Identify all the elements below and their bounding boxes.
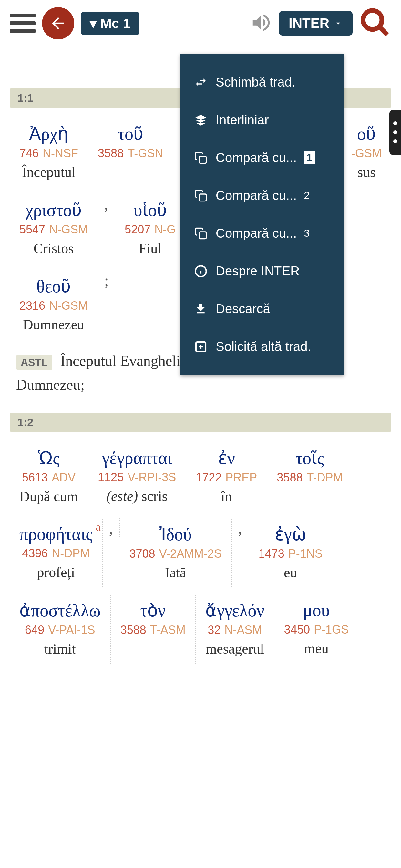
layers-icon: [193, 114, 209, 127]
plus-icon: [193, 340, 209, 353]
word-block[interactable]: ἀποστέλλω 649V-PAI-1S trimit: [10, 594, 111, 663]
strongs-num: 32: [208, 623, 220, 637]
dropdown-compare-1[interactable]: Compară cu... 1: [180, 139, 344, 177]
greek-word: χριστοῦ: [26, 200, 82, 220]
dropdown-label: Compară cu...: [216, 151, 297, 165]
strongs-num: 1125: [98, 470, 124, 484]
translation-word: mesagerul: [206, 641, 264, 657]
dropdown-label: Compară cu...: [216, 226, 297, 241]
translation-label: INTER: [289, 16, 329, 31]
dot-icon: [393, 130, 397, 134]
word-block[interactable]: ἐγὼ 1473P-1NS eu: [249, 518, 332, 587]
greek-word: μου: [303, 600, 330, 620]
greek-word: γέγραπται: [102, 448, 172, 468]
svg-rect-3: [199, 194, 206, 201]
footnote-mark[interactable]: a: [96, 521, 100, 533]
word-block[interactable]: θεοῦ 2316N-GSM Dumnezeu: [10, 270, 98, 339]
translation-word: Fiul: [139, 240, 162, 257]
back-button[interactable]: [42, 7, 74, 39]
dropdown-interlinear[interactable]: Interliniar: [180, 101, 344, 139]
greek-word: Ἰδού: [159, 524, 192, 545]
svg-rect-4: [199, 232, 206, 239]
book-selector[interactable]: ▾ Mc 1: [81, 11, 140, 35]
word-block[interactable]: μου 3450P-1GS meu: [274, 594, 359, 663]
translation-word: sus: [358, 164, 375, 181]
dropdown-label: Solicită altă trad.: [216, 339, 311, 354]
greek-word: υἱοῦ: [134, 200, 167, 220]
word-block[interactable]: υἱοῦ 5207N-G Fiul: [115, 193, 185, 263]
translation-word: Cristos: [34, 240, 74, 257]
translation-word: Iată: [165, 564, 186, 581]
strongs-num: 5613: [22, 471, 48, 485]
copy-icon: [193, 151, 209, 164]
word-block[interactable]: Ἰδού 3708V-2AMM-2S Iată: [120, 518, 232, 587]
punctuation: ,: [98, 193, 115, 213]
dropdown-compare-3[interactable]: Compară cu... 3: [180, 214, 344, 252]
arrow-left-icon: [49, 14, 67, 32]
greek-word: προφήταις: [19, 524, 93, 544]
word-block[interactable]: a προφήταις 4396N-DPM profeți: [10, 518, 103, 587]
dropdown-label: Compară cu...: [216, 188, 297, 203]
translation-selector[interactable]: INTER: [279, 11, 352, 35]
translation-word: profeți: [37, 564, 75, 581]
parse-code: PREP: [225, 471, 257, 485]
word-block[interactable]: Ὡς 5613ADV După cum: [10, 441, 88, 511]
sound-icon[interactable]: [250, 11, 273, 35]
word-block[interactable]: τοῖς 3588T-DPM: [267, 441, 352, 511]
download-icon: [193, 303, 209, 315]
dropdown-num: 2: [304, 190, 310, 202]
dropdown-about[interactable]: Despre INTER: [180, 252, 344, 290]
translation-dropdown: Schimbă trad. Interliniar Compară cu... …: [180, 54, 344, 375]
dropdown-download[interactable]: Descarcă: [180, 290, 344, 328]
dropdown-request[interactable]: Solicită altă trad.: [180, 328, 344, 366]
copy-icon: [193, 227, 209, 240]
strongs-num: 3588: [120, 623, 146, 637]
word-block[interactable]: οῦ -GSM sus: [341, 117, 391, 187]
info-icon: [193, 265, 209, 278]
word-block[interactable]: γέγραπται 1125V-RPI-3S (este) scris: [88, 441, 186, 511]
menu-button[interactable]: [10, 13, 35, 33]
dropdown-badge: 1: [304, 151, 315, 164]
dot-icon: [393, 140, 397, 144]
dropdown-label: Schimbă trad.: [216, 75, 296, 89]
translation-word: trimit: [44, 641, 76, 657]
side-tab[interactable]: [390, 110, 401, 155]
word-block[interactable]: Ἀρχὴ 746N-NSF Începutul: [10, 117, 88, 187]
parse-code: V-RPI-3S: [127, 470, 176, 484]
punctuation: ;: [98, 270, 115, 289]
greek-word: Ὡς: [38, 448, 59, 468]
greek-word: Ἀρχὴ: [29, 124, 68, 144]
strongs-num: 2316: [19, 299, 45, 313]
strongs-num: 3450: [284, 623, 310, 637]
dropdown-swap-translation[interactable]: Schimbă trad.: [180, 63, 344, 101]
chevron-down-icon: [334, 19, 343, 28]
parse-code: N-GSM: [49, 299, 88, 313]
parse-code: V-2AMM-2S: [159, 547, 222, 561]
search-icon: [359, 6, 391, 39]
header: ▾ Mc 1 INTER: [0, 0, 401, 46]
verse-marker[interactable]: 1:2: [10, 413, 391, 432]
greek-word: ἀποστέλλω: [19, 600, 101, 621]
translation-word: Începutul: [22, 164, 75, 181]
word-block[interactable]: τὸν 3588T-ASM: [111, 594, 196, 663]
parse-code: N-ASM: [224, 623, 262, 637]
dropdown-label: Interliniar: [216, 113, 269, 127]
strongs-num: 746: [19, 147, 39, 160]
word-block[interactable]: ἐν 1722PREP în: [186, 441, 267, 511]
dropdown-compare-2[interactable]: Compară cu... 2: [180, 177, 344, 214]
word-block[interactable]: χριστοῦ 5547N-GSM Cristos: [10, 193, 98, 263]
svg-point-0: [363, 11, 382, 29]
dropdown-label: Despre INTER: [216, 264, 300, 278]
greek-word: οῦ: [357, 124, 376, 144]
interlinear-row: Ὡς 5613ADV După cum γέγραπται 1125V-RPI-…: [0, 438, 401, 515]
dropdown-label: Descarcă: [216, 302, 270, 316]
dropdown-num: 3: [304, 227, 310, 239]
greek-word: τοῦ: [118, 124, 143, 144]
search-button[interactable]: [359, 6, 391, 40]
translation-word: Dumnezeu: [23, 316, 85, 333]
dot-icon: [393, 121, 397, 125]
word-block[interactable]: τοῦ 3588T-GSN: [88, 117, 173, 187]
strongs-num: 3588: [98, 147, 124, 160]
word-block[interactable]: ἄγγελόν 32N-ASM mesagerul: [196, 594, 274, 663]
copy-icon: [193, 189, 209, 202]
